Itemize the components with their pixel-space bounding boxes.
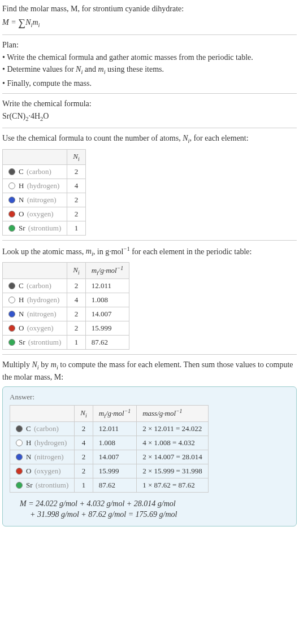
m-var: m — [32, 18, 38, 26]
answer-label: Answer: — [10, 393, 289, 402]
element-swatch — [8, 282, 15, 289]
element-cell: Sr (strontium) — [3, 335, 67, 349]
element-cell: Sr (strontium) — [10, 478, 75, 492]
table-row: O (oxygen)215.9992 × 15.999 = 31.998 — [10, 464, 209, 478]
n-value: 2 — [67, 279, 85, 293]
table-row: N (nitrogen)214.0072 × 14.007 = 28.014 — [10, 450, 209, 464]
mass-value: 2 × 12.011 = 24.022 — [137, 421, 209, 436]
formula-section: Write the chemical formula: Sr(CN)2·4H2O — [2, 98, 297, 123]
ni-sub: i — [85, 412, 87, 418]
element-symbol: N (nitrogen) — [26, 452, 64, 462]
element-swatch — [8, 211, 15, 217]
divider — [2, 128, 297, 128]
element-cell: N (nitrogen) — [10, 450, 75, 464]
element-swatch — [16, 454, 23, 460]
m-value: 87.62 — [85, 335, 129, 349]
element-cell: N (nitrogen) — [3, 193, 67, 207]
element-cell: C (carbon) — [10, 421, 75, 436]
mass-label: mass/g·mol — [142, 410, 176, 418]
element-symbol: C (carbon) — [26, 424, 59, 433]
plan-mi: mi — [98, 65, 106, 73]
table-row: N (nitrogen)2 — [3, 193, 86, 207]
mult-ni: Ni — [32, 360, 39, 369]
table-row: Sr (strontium)1 — [3, 221, 86, 235]
n-value: 2 — [67, 164, 85, 179]
element-symbol: C (carbon) — [19, 167, 51, 176]
count-suffix: , for each element: — [189, 134, 248, 142]
lookup-section: Look up the atomic mass, mi, in g·mol−1 … — [2, 245, 297, 350]
col-ni: Ni — [75, 405, 93, 421]
mass-value: 4 × 1.008 = 4.032 — [137, 436, 209, 450]
element-swatch — [8, 311, 15, 317]
mult-mi: mi — [51, 360, 58, 369]
ni-label: N — [80, 408, 85, 417]
element-swatch — [8, 168, 15, 175]
col-ni: Ni — [67, 262, 85, 279]
chem-part1: Sr(CN) — [2, 112, 25, 120]
intro-formula: M = ∑i Nimi — [2, 16, 297, 31]
lookup-mi: mi — [86, 247, 93, 255]
n-value: 1 — [67, 221, 85, 235]
formula-prefix: M = — [2, 18, 18, 26]
element-symbol: O (oxygen) — [26, 467, 61, 476]
divider — [2, 34, 297, 35]
divider — [2, 354, 297, 355]
ni-sub: i — [78, 269, 80, 275]
element-swatch — [16, 440, 23, 446]
m-value: 12.011 — [85, 279, 129, 293]
table-row: O (oxygen)215.999 — [3, 321, 129, 335]
col-mi: mi/g·mol−1 — [93, 405, 136, 421]
m-value: 1.008 — [93, 436, 136, 450]
mass-value: 2 × 14.007 = 28.014 — [137, 450, 209, 464]
n-value: 2 — [75, 421, 93, 436]
m-value: 15.999 — [93, 464, 136, 478]
element-cell: H (hydrogen) — [3, 179, 67, 193]
plan-item2-mid: and — [83, 65, 98, 73]
m-value: 14.007 — [85, 307, 129, 321]
element-symbol: C (carbon) — [19, 281, 51, 290]
mult-mid: by — [39, 360, 51, 369]
element-swatch — [8, 182, 15, 189]
table-row: N (nitrogen)214.007 — [3, 307, 129, 321]
element-symbol: Sr (strontium) — [19, 224, 61, 233]
element-swatch — [8, 197, 15, 203]
count-heading: Use the chemical formula to count the nu… — [2, 133, 297, 145]
table-row: C (carbon)2 — [3, 164, 86, 179]
lookup-heading: Look up the atomic mass, mi, in g·mol−1 … — [2, 245, 297, 259]
m-value: 15.999 — [85, 321, 129, 335]
n-value: 2 — [75, 464, 93, 478]
element-cell: H (hydrogen) — [10, 436, 75, 450]
element-cell: O (oxygen) — [3, 321, 67, 335]
ni-label: N — [73, 266, 78, 274]
table-header-row: Ni — [3, 149, 86, 164]
ni-label: N — [73, 152, 78, 160]
element-swatch — [8, 339, 15, 346]
col-ni: Ni — [67, 149, 85, 164]
lookup-prefix: Look up the atomic mass, — [2, 247, 86, 255]
n-value: 1 — [75, 478, 93, 492]
lookup-neg1: −1 — [123, 246, 129, 252]
plan-item-2: • Determine values for Ni and mi using t… — [2, 64, 297, 76]
col-mi: mi/g·mol−1 — [85, 262, 129, 279]
element-cell: Sr (strontium) — [3, 221, 67, 235]
mi-unit: /g·mol — [98, 266, 117, 275]
element-cell: O (oxygen) — [10, 464, 75, 478]
table-row: C (carbon)212.011 — [3, 279, 129, 293]
n-var: N — [25, 18, 31, 26]
divider — [2, 93, 297, 94]
count-ni: Ni — [183, 134, 189, 142]
m-sub: i — [38, 21, 40, 28]
table-header-row: Ni mi/g·mol−1 mass/g·mol−1 — [10, 405, 209, 421]
table-header-row: Ni mi/g·mol−1 — [3, 262, 129, 279]
element-symbol: O (oxygen) — [19, 324, 54, 333]
intro: Find the molar mass, M, for strontium cy… — [2, 3, 297, 30]
n-value: 4 — [67, 293, 85, 307]
final-line-2: + 31.998 g/mol + 87.62 g/mol = 175.69 g/… — [30, 509, 289, 520]
mult-prefix: Multiply — [2, 360, 32, 369]
element-swatch — [16, 468, 23, 475]
final-line-1: M = 24.022 g/mol + 4.032 g/mol + 28.014 … — [20, 498, 289, 510]
formula-heading: Write the chemical formula: — [2, 98, 297, 110]
n-value: 4 — [75, 436, 93, 450]
table-row: Sr (strontium)187.62 — [3, 335, 129, 349]
element-swatch — [8, 325, 15, 332]
